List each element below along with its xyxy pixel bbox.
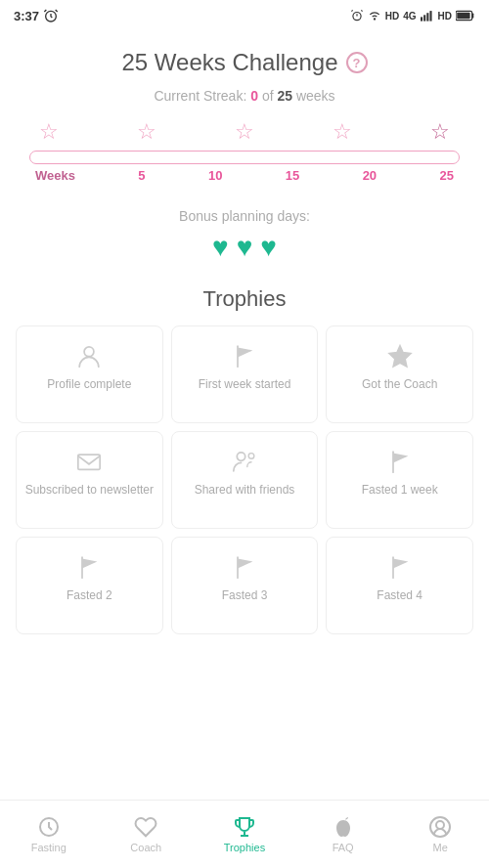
trophy-got-coach-label: Got the Coach bbox=[362, 377, 437, 393]
star-5: ☆ bbox=[430, 119, 450, 145]
nav-me[interactable]: Me bbox=[411, 811, 469, 857]
streak-area: Current Streak: 0 of 25 weeks bbox=[0, 82, 489, 119]
flag-icon-3 bbox=[75, 553, 103, 581]
progress-area: ☆ ☆ ☆ ☆ ☆ Weeks 5 10 15 20 25 bbox=[0, 119, 489, 193]
trophy-subscribed-label: Subscribed to newsletter bbox=[25, 483, 154, 499]
cell-signal-icon bbox=[421, 9, 434, 22]
flag-icon-2 bbox=[386, 448, 414, 475]
svg-point-14 bbox=[248, 454, 254, 459]
trophy-fasted-3: Fasted 3 bbox=[171, 537, 319, 634]
trophy-fasted-4: Fasted 4 bbox=[326, 537, 473, 634]
nav-trophies[interactable]: Trophies bbox=[214, 811, 275, 857]
svg-rect-4 bbox=[423, 15, 425, 21]
hd-badge-2: HD bbox=[438, 11, 452, 22]
nav-trophies-label: Trophies bbox=[224, 842, 265, 853]
star-1: ☆ bbox=[39, 119, 59, 145]
person-circle-icon bbox=[428, 815, 452, 839]
envelope-icon bbox=[75, 448, 103, 475]
person-icon bbox=[75, 342, 103, 369]
person-share-icon bbox=[231, 448, 258, 475]
bonus-area: Bonus planning days: ♥ ♥ ♥ bbox=[0, 193, 489, 271]
help-icon[interactable]: ? bbox=[346, 52, 368, 73]
hd-badge-1: HD bbox=[385, 11, 399, 22]
alarm-icon bbox=[43, 8, 59, 23]
trophies-grid: Profile complete First week started Got … bbox=[16, 326, 473, 634]
nav-coach-label: Coach bbox=[130, 842, 161, 853]
trophy-first-week: First week started bbox=[171, 326, 319, 423]
main-content: 25 Weeks Challenge ? Current Streak: 0 o… bbox=[0, 31, 489, 703]
nav-coach[interactable]: Coach bbox=[116, 811, 175, 857]
status-bar: 3:37 HD 4G HD bbox=[0, 0, 489, 31]
svg-point-2 bbox=[374, 18, 376, 20]
trophies-section: Trophies Profile complete First week sta… bbox=[0, 271, 489, 634]
stars-row: ☆ ☆ ☆ ☆ ☆ bbox=[29, 119, 460, 145]
svg-point-9 bbox=[84, 347, 94, 357]
signal-icon bbox=[368, 9, 381, 22]
nav-fasting-label: Fasting bbox=[31, 842, 67, 853]
svg-marker-11 bbox=[388, 346, 410, 368]
battery-icon bbox=[456, 10, 475, 22]
alarm-icon-right bbox=[350, 9, 364, 22]
weeks-labels: Weeks 5 10 15 20 25 bbox=[29, 164, 460, 183]
nav-faq[interactable]: FAQ bbox=[314, 811, 373, 857]
trophy-shared-label: Shared with friends bbox=[195, 483, 295, 499]
svg-rect-12 bbox=[78, 455, 100, 469]
nav-me-label: Me bbox=[433, 842, 448, 853]
svg-rect-5 bbox=[426, 13, 428, 21]
status-right-icons: HD 4G HD bbox=[350, 9, 475, 22]
nav-fasting[interactable]: Fasting bbox=[20, 811, 78, 857]
star-4: ☆ bbox=[333, 119, 352, 145]
svg-rect-3 bbox=[421, 17, 422, 21]
trophy-fasted-1-week: Fasted 1 week bbox=[326, 431, 473, 529]
title-area: 25 Weeks Challenge ? bbox=[0, 31, 489, 82]
trophy-got-coach: Got the Coach bbox=[326, 326, 473, 423]
4g-badge: 4G bbox=[403, 11, 416, 22]
trophy-fasted-4-label: Fasted 4 bbox=[377, 588, 422, 604]
clock-icon bbox=[37, 815, 61, 839]
trophy-first-week-label: First week started bbox=[199, 377, 291, 393]
trophies-title: Trophies bbox=[16, 286, 473, 312]
flag-icon-5 bbox=[386, 553, 414, 581]
trophy-profile-complete-label: Profile complete bbox=[47, 377, 131, 393]
svg-point-13 bbox=[237, 453, 244, 460]
svg-rect-6 bbox=[429, 11, 431, 22]
flag-icon-4 bbox=[231, 553, 258, 581]
trophy-fasted-2: Fasted 2 bbox=[16, 537, 163, 634]
heart-icon bbox=[134, 815, 157, 839]
hearts-row: ♥ ♥ ♥ bbox=[20, 232, 469, 263]
trophy-icon bbox=[233, 815, 256, 839]
star-2: ☆ bbox=[137, 119, 156, 145]
heart-3: ♥ bbox=[260, 232, 277, 263]
svg-point-21 bbox=[436, 821, 444, 829]
heart-2: ♥ bbox=[237, 232, 253, 263]
apple-icon bbox=[332, 815, 355, 839]
trophy-subscribed: Subscribed to newsletter bbox=[16, 431, 163, 529]
svg-point-1 bbox=[353, 13, 361, 21]
svg-rect-8 bbox=[457, 13, 469, 20]
nav-faq-label: FAQ bbox=[333, 842, 354, 853]
star-3: ☆ bbox=[235, 119, 254, 145]
trophy-fasted-3-label: Fasted 3 bbox=[222, 588, 268, 604]
bonus-title: Bonus planning days: bbox=[20, 208, 469, 224]
trophy-fasted-1-label: Fasted 1 week bbox=[362, 483, 438, 499]
bottom-nav: Fasting Coach Trophies FAQ Me bbox=[0, 800, 489, 868]
star-icon bbox=[386, 342, 414, 369]
page-title: 25 Weeks Challenge bbox=[121, 49, 337, 76]
flag-icon-1 bbox=[231, 342, 258, 369]
status-time: 3:37 bbox=[14, 8, 59, 23]
progress-bar bbox=[29, 151, 460, 164]
trophy-shared: Shared with friends bbox=[171, 431, 319, 529]
heart-1: ♥ bbox=[212, 232, 229, 263]
trophy-fasted-2-label: Fasted 2 bbox=[67, 588, 112, 604]
trophy-profile-complete: Profile complete bbox=[16, 326, 163, 423]
